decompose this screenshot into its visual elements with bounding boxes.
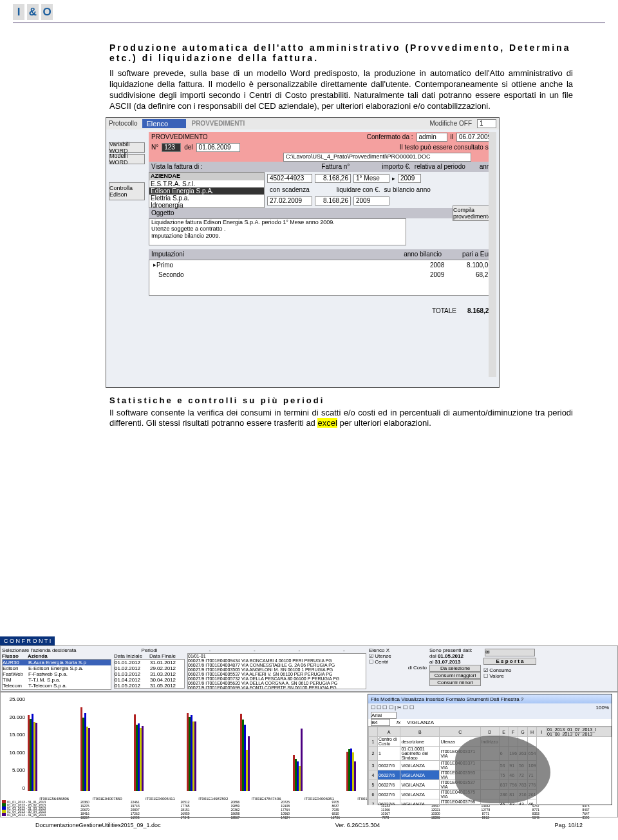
list-item[interactable]: Edison Energia S.p.A. bbox=[149, 187, 264, 195]
scrollbar[interactable] bbox=[489, 132, 496, 377]
path: C:\Lavoro\USL_4_Prato\Provvedimenti\PRO0… bbox=[283, 153, 471, 162]
importo-val[interactable]: 8.168,26 bbox=[315, 174, 351, 183]
oggetto-band: Oggetto Compila provvedimento bbox=[149, 208, 496, 218]
footer-ver: Ver. 6.26C15.304 bbox=[335, 822, 380, 828]
da-selezione-btn[interactable]: Da selezione bbox=[429, 665, 481, 672]
list-item[interactable]: Secondo bbox=[158, 271, 430, 278]
excel-menubar: File Modifica Visualizza Inserisci Forma… bbox=[368, 694, 612, 703]
no-value[interactable]: 123 bbox=[162, 143, 181, 152]
col-flusso: Flusso bbox=[2, 653, 28, 659]
section2-title: Statistiche e controlli su più periodi bbox=[109, 396, 573, 405]
scad-label: con scadenza bbox=[270, 186, 310, 193]
totale-val: 8.168,26 bbox=[456, 307, 492, 314]
imputazioni-band: Imputazioni anno bilancio pari a Euro bbox=[149, 249, 496, 260]
excel-window: File Modifica Visualizza Inserisci Forma… bbox=[368, 694, 612, 805]
del-label: del bbox=[184, 144, 192, 151]
chart-controls: Selezionare l'azienda desiderata FlussoA… bbox=[0, 645, 618, 692]
confronti-section: C O N F R O N T I Selezionare l'azienda … bbox=[0, 634, 618, 807]
date1[interactable]: 01.06.2009 bbox=[196, 143, 240, 152]
no-label: N° bbox=[151, 144, 158, 151]
periodo-label: relativa al periodo bbox=[415, 163, 465, 170]
title-strip: PROVVEDIMENTI bbox=[191, 120, 245, 127]
font-name[interactable]: Arial bbox=[371, 712, 397, 719]
cons-magg-btn[interactable]: Consumi maggiori bbox=[429, 672, 481, 679]
provv-label: PROVVEDIMENTO bbox=[151, 133, 208, 140]
azienda-listbox[interactable]: AZIENDAE E.S.T.R.A. S.r.l. Edison Energi… bbox=[149, 172, 265, 208]
confronti-tab: C O N F R O N T I bbox=[0, 636, 55, 645]
conf-value: admin bbox=[417, 133, 447, 142]
elenco-btn[interactable]: Elenco bbox=[142, 119, 186, 128]
app-topbar: Protocollo Elenco PROVVEDIMENTI Modifich… bbox=[106, 118, 499, 129]
excel-menu[interactable]: File Modifica Visualizza Inserisci Forma… bbox=[371, 696, 523, 702]
compila-btn[interactable]: Compila provvedimento bbox=[453, 205, 494, 221]
esporta-btn[interactable]: E s p o r t a bbox=[483, 658, 536, 665]
flussi-list[interactable]: AUR30B-Aura Energia Soria S.pEdisonE-Edi… bbox=[2, 659, 111, 690]
page-footer: DocumentazioneGestioneUtilities2015_09_1… bbox=[35, 817, 583, 828]
vista-band: Vista la fattura di : Fattura n° importo… bbox=[149, 162, 496, 172]
al-val: 31.07.2013 bbox=[435, 659, 460, 665]
conf-label: Confermato da : bbox=[367, 133, 413, 140]
totale-label: TOTALE bbox=[432, 307, 456, 314]
section1-body: Il software prevede, sulla base di un mo… bbox=[109, 68, 573, 112]
list-item[interactable]: E.S.T.R.A. S.r.l. bbox=[149, 180, 264, 187]
imp-label: Imputazioni bbox=[151, 251, 184, 258]
periodi-label: Periodi bbox=[114, 647, 185, 653]
cell-ref[interactable]: B4 bbox=[371, 719, 390, 726]
modifiche-value: 1 bbox=[477, 119, 496, 128]
fattura-no[interactable]: 4502-44923 bbox=[267, 174, 312, 183]
testo-label: Il testo può essere consultato su: bbox=[400, 144, 494, 151]
azienda-label: AZIENDAE bbox=[149, 173, 264, 180]
importo-label: importo €. bbox=[382, 163, 410, 170]
logo-i: I bbox=[13, 4, 24, 20]
io-logo: I & O bbox=[13, 4, 53, 20]
modelli-word-btn[interactable]: Modelli WORD bbox=[109, 154, 145, 164]
utenze-check[interactable]: Utenze bbox=[375, 653, 391, 659]
controlla-edison-btn[interactable]: Controlla Edison bbox=[109, 182, 145, 200]
col-azienda: Azienda bbox=[28, 653, 48, 659]
section1-title: Produzione automatica dell'atto amminist… bbox=[109, 43, 573, 63]
liq-val[interactable]: 8.168,26 bbox=[315, 196, 351, 205]
imp-listbox[interactable]: ▸Primo20088.100,00 Secondo200968,26 bbox=[149, 260, 496, 296]
provv-header: PROVVEDIMENTO Confermato da : admin il 0… bbox=[149, 132, 496, 142]
dal-val: 01.05.2012 bbox=[438, 653, 464, 659]
footer-pag: Pag. 10/12 bbox=[554, 822, 583, 828]
cell-val[interactable]: VIGILANZA bbox=[407, 720, 434, 725]
scad-val[interactable]: 27.02.2009 bbox=[267, 196, 312, 205]
provv-row2: N° 123 del 01.06.2009 Il testo può esser… bbox=[149, 142, 496, 153]
zoom-level[interactable]: 100% bbox=[596, 705, 609, 711]
variabili-word-btn[interactable]: Variabili WORD bbox=[109, 142, 145, 153]
logo-amp: & bbox=[27, 4, 39, 20]
env-btn[interactable]: ✉ bbox=[485, 649, 535, 656]
periodi-list[interactable]: 01.01.201231.01.201201.02.201229.02.2012… bbox=[114, 659, 185, 689]
fattura-label: Fattura n° bbox=[321, 163, 350, 170]
footer-doc: DocumentazioneGestioneUtilities2015_09_1… bbox=[35, 822, 161, 828]
periodo-val[interactable]: 1° Mese bbox=[353, 174, 389, 183]
logo-o: O bbox=[41, 4, 53, 20]
oggetto-text[interactable]: Liquidazione fattura Edison Energia S.p.… bbox=[149, 218, 406, 245]
provv-row3: C:\Lavoro\USL_4_Prato\Provvedimenti\PRO0… bbox=[149, 153, 496, 162]
left-buttons: Variabili WORD Modelli WORD Controlla Ed… bbox=[109, 142, 145, 200]
valore-radio[interactable]: Valore bbox=[489, 673, 504, 679]
bil-val[interactable]: 2009 bbox=[353, 196, 389, 205]
bar-chart: 05.00010.00015.00020.00025.000 IT001E564… bbox=[0, 692, 618, 817]
consumo-radio[interactable]: Consumo bbox=[489, 667, 511, 673]
page-header: I & O bbox=[0, 0, 618, 20]
page-content: Produzione automatica dell'atto amminist… bbox=[0, 23, 618, 442]
il-label: il bbox=[451, 133, 453, 140]
azienda-row: AZIENDAE E.S.T.R.A. S.r.l. Edison Energi… bbox=[149, 172, 496, 208]
presenti-label: Sono presenti dati: bbox=[429, 647, 481, 653]
vista-label: Vista la fattura di : bbox=[151, 163, 203, 170]
cons-min-btn[interactable]: Consumi minori bbox=[429, 679, 481, 686]
main-area: PROVVEDIMENTO Confermato da : admin il 0… bbox=[149, 132, 496, 314]
protocollo-label: Protocollo bbox=[109, 120, 137, 127]
pods-list[interactable]: 01/01-01 06027/9 IT001E04009434 VIA BONC… bbox=[187, 653, 366, 689]
di-costo-label: di Costo bbox=[369, 665, 427, 671]
y-axis-labels: 05.00010.00015.00020.00025.000 bbox=[2, 696, 25, 791]
list-item[interactable]: Primo bbox=[156, 262, 430, 269]
list-item[interactable]: Elettria S.p.a. bbox=[149, 195, 264, 202]
oggetto-label: Oggetto bbox=[151, 209, 174, 216]
modifiche-label: Modifiche OFF bbox=[429, 120, 472, 127]
centri-check[interactable]: Centri bbox=[375, 659, 388, 665]
anno-val[interactable]: 2009 bbox=[398, 174, 421, 183]
list-item[interactable]: Idroenergia bbox=[149, 202, 264, 209]
